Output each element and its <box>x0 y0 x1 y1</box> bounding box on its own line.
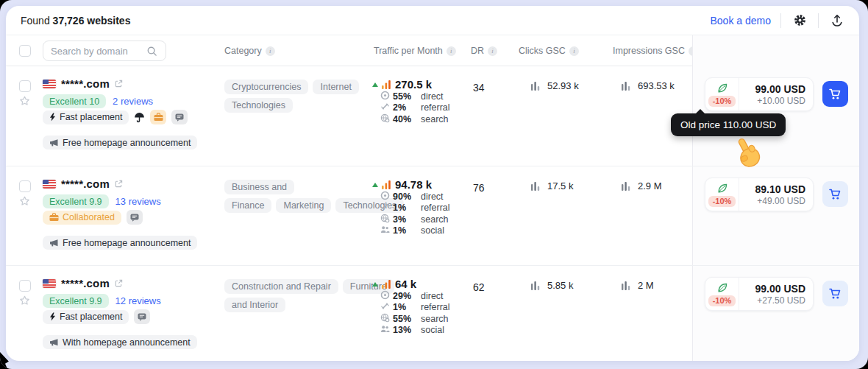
domain-name[interactable]: *****.com <box>61 77 110 90</box>
trend-up-icon <box>372 183 378 187</box>
domain-search[interactable] <box>43 41 166 61</box>
impressions-gsc-cell: 693.53 k <box>622 80 675 91</box>
info-icon[interactable]: i <box>266 46 275 56</box>
bar-chart-icon <box>622 82 631 91</box>
direct-icon <box>380 191 390 200</box>
leaf-icon <box>716 282 728 294</box>
lightning-icon <box>49 113 56 122</box>
column-header-impressions[interactable]: Impressions GSCi <box>613 46 698 56</box>
row-checkbox[interactable] <box>19 80 31 92</box>
export-button[interactable] <box>828 12 846 29</box>
divider <box>818 13 819 28</box>
info-icon[interactable]: i <box>488 46 497 56</box>
cart-icon <box>829 288 842 300</box>
megaphone-icon <box>49 338 59 347</box>
category-cell: Business and FinanceMarketingTechnologie… <box>224 178 397 215</box>
social-icon <box>380 225 390 234</box>
add-to-cart-button[interactable] <box>822 281 848 306</box>
social-icon <box>380 324 390 334</box>
gear-icon <box>793 13 807 27</box>
divider <box>780 13 781 28</box>
reviews-link[interactable]: 12 reviews <box>115 295 161 306</box>
dr-value: 76 <box>473 182 485 194</box>
table-row: *****.com Excellent 9.9 13 reviews Colla… <box>6 166 859 265</box>
clicks-gsc-cell: 52.93 k <box>531 80 579 91</box>
bar-chart-icon <box>531 182 541 191</box>
websites-table-card: Found 37,726 websites Book a demo Catego… <box>6 6 859 361</box>
direct-icon <box>380 290 390 300</box>
lightning-icon <box>49 312 56 321</box>
referral-icon <box>380 301 390 311</box>
discount-badge[interactable]: -10% <box>708 196 736 207</box>
briefcase-icon <box>49 213 59 222</box>
traffic-value: 270.5 k <box>395 78 432 91</box>
found-count-number: 37,726 websites <box>53 15 131 27</box>
collaborated-badge: Collaborated <box>43 211 121 225</box>
us-flag-icon <box>43 80 56 88</box>
info-icon[interactable]: i <box>447 46 456 56</box>
traffic-bars-icon <box>382 180 391 189</box>
external-link-icon[interactable] <box>115 80 123 88</box>
traffic-value: 94.78 k <box>395 178 432 191</box>
column-header-category[interactable]: Categoryi <box>224 46 275 56</box>
found-count-text: Found 37,726 websites <box>21 15 130 27</box>
price-card: -10% 99.00 USD +27.50 USD <box>705 277 814 311</box>
traffic-cell: 64 k 29%direct 1%referral 55%search 13%s… <box>372 278 475 336</box>
chat-icon[interactable] <box>134 309 150 324</box>
reviews-link[interactable]: 13 reviews <box>115 196 161 207</box>
dr-value: 34 <box>473 82 485 94</box>
bar-chart-icon <box>622 281 631 290</box>
clicks-gsc-cell: 17.5 k <box>531 180 573 191</box>
us-flag-icon <box>43 279 56 288</box>
table-row: *****.com Excellent 10 2 reviews Fast pl… <box>6 66 859 166</box>
umbrella-icon[interactable] <box>134 110 145 124</box>
column-header-traffic[interactable]: Traffic per Monthi <box>374 46 456 56</box>
column-header-dr[interactable]: DRi <box>471 46 497 56</box>
traffic-cell: 94.78 k 90%direct 1%referral 3%search 1%… <box>372 178 475 236</box>
megaphone-icon <box>49 239 59 247</box>
column-header-clicks[interactable]: Clicks GSCi <box>519 46 579 56</box>
leaf-icon <box>716 183 728 194</box>
collaborated-icon[interactable] <box>150 110 166 124</box>
table-row: *****.com Excellent 9.9 12 reviews Fast … <box>6 265 859 361</box>
search-channel-icon <box>380 313 390 323</box>
discount-badge[interactable]: -10% <box>708 295 736 306</box>
external-link-icon[interactable] <box>115 279 123 287</box>
traffic-bars-icon <box>382 280 391 289</box>
reviews-link[interactable]: 2 reviews <box>113 96 153 107</box>
old-price-tooltip: Old price 110.00 USD <box>671 113 786 136</box>
price-extra: +27.50 USD <box>739 295 805 306</box>
bar-chart-icon <box>531 82 541 91</box>
price-extra: +10.00 USD <box>739 96 805 106</box>
select-all-checkbox[interactable] <box>19 45 31 57</box>
referral-icon <box>380 102 390 111</box>
settings-button[interactable] <box>791 12 808 29</box>
info-icon[interactable]: i <box>569 46 579 56</box>
favorite-star-icon[interactable] <box>18 293 31 306</box>
book-a-demo-link[interactable]: Book a demo <box>711 15 772 27</box>
price-extra: +49.00 USD <box>739 196 805 206</box>
search-channel-icon <box>380 214 390 223</box>
add-to-cart-button[interactable] <box>822 81 848 107</box>
chat-icon[interactable] <box>127 210 143 225</box>
price-main: 99.00 USD <box>739 283 805 295</box>
domain-name[interactable]: *****.com <box>61 277 110 289</box>
traffic-value: 64 k <box>395 278 416 290</box>
row-checkbox[interactable] <box>19 180 31 192</box>
chat-icon[interactable] <box>171 110 188 124</box>
topbar-actions: Book a demo <box>711 12 847 29</box>
favorite-star-icon[interactable] <box>18 94 31 107</box>
bar-chart-icon <box>622 182 631 191</box>
price-main: 89.10 USD <box>739 183 805 195</box>
discount-badge[interactable]: -10% <box>708 96 736 107</box>
add-to-cart-button[interactable] <box>822 181 848 207</box>
favorite-star-icon[interactable] <box>18 194 31 207</box>
announcement-badge: Free homepage announcement <box>43 236 197 250</box>
external-link-icon[interactable] <box>115 180 123 188</box>
search-input[interactable] <box>51 46 146 57</box>
row-checkbox[interactable] <box>19 280 31 292</box>
fast-placement-badge: Fast placement <box>43 310 129 324</box>
category-pill: Marketing <box>276 198 331 213</box>
domain-name[interactable]: *****.com <box>61 178 110 190</box>
topbar: Found 37,726 websites Book a demo <box>6 6 859 35</box>
